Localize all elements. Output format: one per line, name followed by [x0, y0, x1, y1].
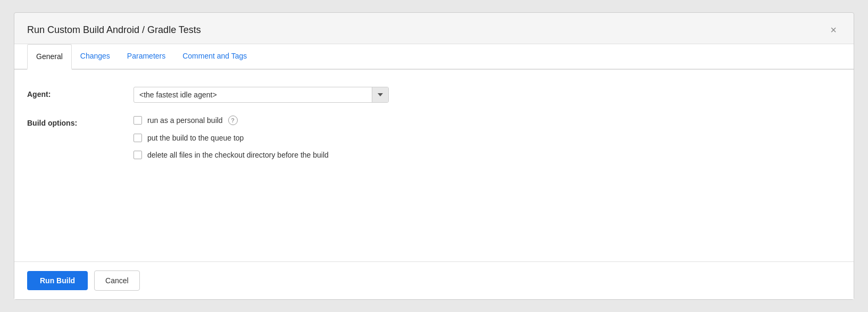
checkbox-row-queue-top: put the build to the queue top [133, 134, 841, 142]
checkbox-row-delete-files: delete all files in the checkout directo… [133, 151, 841, 159]
checkbox-row-personal-build: run as a personal build ? [133, 116, 841, 125]
checkbox-queue-top[interactable] [133, 134, 142, 142]
agent-control [133, 87, 841, 103]
agent-label: Agent: [27, 87, 133, 98]
checkbox-group: run as a personal build ? put the build … [133, 116, 841, 159]
tab-changes[interactable]: Changes [72, 44, 119, 70]
run-build-button[interactable]: Run Build [27, 271, 88, 290]
cancel-button[interactable]: Cancel [94, 270, 140, 291]
agent-row: Agent: [27, 87, 841, 103]
agent-dropdown-button[interactable] [372, 87, 388, 102]
checkbox-label-queue-top: put the build to the queue top [147, 134, 244, 142]
build-options-row: Build options: run as a personal build ?… [27, 116, 841, 159]
build-options-label: Build options: [27, 116, 133, 127]
chevron-down-icon [378, 93, 383, 96]
agent-select-wrapper [133, 87, 389, 103]
tabs-container: General Changes Parameters Comment and T… [14, 44, 854, 70]
help-icon-personal-build[interactable]: ? [228, 116, 238, 125]
checkbox-label-delete-files: delete all files in the checkout directo… [147, 151, 329, 159]
agent-input[interactable] [134, 87, 372, 102]
close-button[interactable]: × [826, 22, 841, 37]
build-options-control: run as a personal build ? put the build … [133, 116, 841, 159]
dialog-header: Run Custom Build Android / Gradle Tests … [14, 13, 854, 44]
checkbox-label-personal-build: run as a personal build [147, 116, 223, 125]
checkbox-delete-files[interactable] [133, 151, 142, 159]
dialog-footer: Run Build Cancel [14, 261, 854, 299]
dialog-title: Run Custom Build Android / Gradle Tests [27, 24, 201, 36]
tab-parameters[interactable]: Parameters [119, 44, 174, 70]
tab-comment-and-tags[interactable]: Comment and Tags [174, 44, 255, 70]
dialog: Run Custom Build Android / Gradle Tests … [14, 12, 854, 300]
dialog-body: Agent: Build options: run as a perso [14, 70, 854, 261]
checkbox-personal-build[interactable] [133, 116, 142, 125]
tab-general[interactable]: General [27, 44, 72, 70]
